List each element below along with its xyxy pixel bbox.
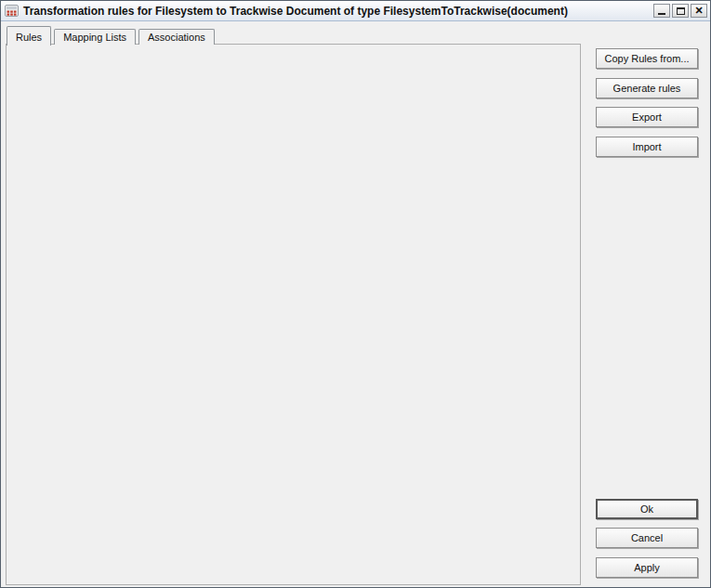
close-button[interactable]: ✕: [691, 4, 707, 18]
cancel-button[interactable]: Cancel: [596, 528, 698, 548]
title-bar[interactable]: Transformation rules for Filesystem to T…: [1, 1, 710, 21]
tab-associations[interactable]: Associations: [138, 29, 215, 45]
tab-mapping-lists[interactable]: Mapping Lists: [54, 29, 136, 45]
tab-rules[interactable]: Rules: [7, 26, 51, 46]
minimize-button[interactable]: [653, 4, 670, 18]
app-icon: [5, 5, 19, 17]
maximize-icon: [677, 7, 685, 15]
tab-page: [6, 44, 581, 585]
close-icon: ✕: [694, 6, 703, 16]
apply-button[interactable]: Apply: [596, 557, 698, 578]
minimize-icon: [658, 13, 665, 15]
generate-rules-button[interactable]: Generate rules: [596, 78, 698, 98]
tab-strip: Rules Mapping Lists Associations: [7, 25, 217, 45]
maximize-button[interactable]: [672, 4, 689, 18]
ok-button[interactable]: Ok: [596, 499, 698, 519]
window-controls: ✕: [653, 4, 707, 18]
copy-rules-from-button[interactable]: Copy Rules from...: [596, 48, 698, 69]
export-button[interactable]: Export: [596, 107, 698, 127]
import-button[interactable]: Import: [596, 137, 698, 157]
window-title: Transformation rules for Filesystem to T…: [23, 5, 568, 18]
dialog-window: Transformation rules for Filesystem to T…: [0, 0, 711, 588]
